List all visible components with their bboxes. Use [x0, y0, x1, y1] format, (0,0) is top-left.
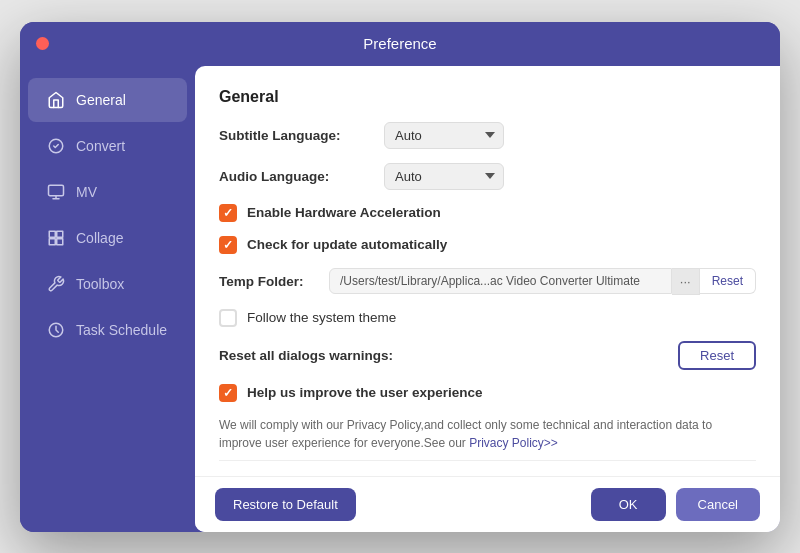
- cancel-button[interactable]: Cancel: [676, 488, 760, 521]
- temp-folder-dots-button[interactable]: ···: [672, 268, 700, 295]
- main-content: General Subtitle Language: Auto English …: [195, 66, 780, 476]
- subtitle-language-row: Subtitle Language: Auto English Chinese …: [219, 122, 756, 149]
- temp-folder-label: Temp Folder:: [219, 274, 329, 289]
- reset-dialogs-label: Reset all dialogs warnings:: [219, 348, 678, 363]
- sidebar-item-mv[interactable]: MV: [28, 170, 187, 214]
- convert-icon: [46, 136, 66, 156]
- toolbox-icon: [46, 274, 66, 294]
- sidebar-item-task-schedule[interactable]: Task Schedule: [28, 308, 187, 352]
- sidebar-label-convert: Convert: [76, 138, 125, 154]
- collage-icon: [46, 228, 66, 248]
- follow-system-theme-label: Follow the system theme: [247, 310, 396, 325]
- audio-language-select[interactable]: Auto English Chinese Japanese: [384, 163, 504, 190]
- help-improve-row: Help us improve the user experience: [219, 384, 756, 402]
- sidebar-label-collage: Collage: [76, 230, 123, 246]
- sidebar-label-task-schedule: Task Schedule: [76, 322, 167, 338]
- hardware-acceleration-checkbox[interactable]: [219, 204, 237, 222]
- temp-folder-row: Temp Folder: /Users/test/Library/Applica…: [219, 268, 756, 295]
- section-divider: [219, 460, 756, 461]
- reset-dialogs-button[interactable]: Reset: [678, 341, 756, 370]
- sidebar-item-toolbox[interactable]: Toolbox: [28, 262, 187, 306]
- auto-update-checkbox[interactable]: [219, 236, 237, 254]
- privacy-text-content: We will comply with our Privacy Policy,a…: [219, 418, 712, 450]
- home-icon: [46, 90, 66, 110]
- sidebar-item-general[interactable]: General: [28, 78, 187, 122]
- follow-system-theme-row: Follow the system theme: [219, 309, 756, 327]
- svg-rect-1: [49, 185, 64, 196]
- sidebar-label-mv: MV: [76, 184, 97, 200]
- svg-rect-2: [49, 231, 55, 237]
- sidebar: General Convert MV: [20, 66, 195, 532]
- clock-icon: [46, 320, 66, 340]
- hardware-acceleration-label: Enable Hardware Acceleration: [247, 205, 441, 220]
- temp-folder-reset-button[interactable]: Reset: [700, 268, 756, 294]
- convert-section: Convert Output Folder: /Users/test/Libra…: [219, 475, 756, 476]
- mv-icon: [46, 182, 66, 202]
- sidebar-item-collage[interactable]: Collage: [28, 216, 187, 260]
- restore-default-button[interactable]: Restore to Default: [215, 488, 356, 521]
- titlebar: Preference: [20, 22, 780, 66]
- ok-button[interactable]: OK: [591, 488, 666, 521]
- sidebar-label-general: General: [76, 92, 126, 108]
- privacy-link[interactable]: Privacy Policy>>: [469, 436, 558, 450]
- subtitle-language-select[interactable]: Auto English Chinese Japanese: [384, 122, 504, 149]
- sidebar-label-toolbox: Toolbox: [76, 276, 124, 292]
- help-improve-checkbox[interactable]: [219, 384, 237, 402]
- temp-folder-path: /Users/test/Library/Applica...ac Video C…: [329, 268, 672, 294]
- audio-language-label: Audio Language:: [219, 169, 384, 184]
- preference-window: Preference General: [20, 22, 780, 532]
- hardware-acceleration-row: Enable Hardware Acceleration: [219, 204, 756, 222]
- subtitle-language-label: Subtitle Language:: [219, 128, 384, 143]
- bottom-bar: Restore to Default OK Cancel: [195, 476, 780, 532]
- follow-system-theme-checkbox[interactable]: [219, 309, 237, 327]
- window-title: Preference: [363, 35, 436, 52]
- svg-rect-5: [57, 238, 63, 244]
- close-button[interactable]: [36, 37, 49, 50]
- svg-rect-4: [49, 238, 55, 244]
- general-section-title: General: [219, 88, 756, 106]
- reset-dialogs-row: Reset all dialogs warnings: Reset: [219, 341, 756, 370]
- auto-update-row: Check for update automatically: [219, 236, 756, 254]
- help-improve-label: Help us improve the user experience: [247, 385, 483, 400]
- svg-rect-3: [57, 231, 63, 237]
- convert-section-title: Convert: [219, 475, 756, 476]
- content-area: General Convert MV: [20, 66, 780, 532]
- main-panel: General Subtitle Language: Auto English …: [195, 66, 780, 532]
- audio-language-row: Audio Language: Auto English Chinese Jap…: [219, 163, 756, 190]
- auto-update-label: Check for update automatically: [247, 237, 447, 252]
- privacy-text: We will comply with our Privacy Policy,a…: [219, 416, 756, 452]
- sidebar-item-convert[interactable]: Convert: [28, 124, 187, 168]
